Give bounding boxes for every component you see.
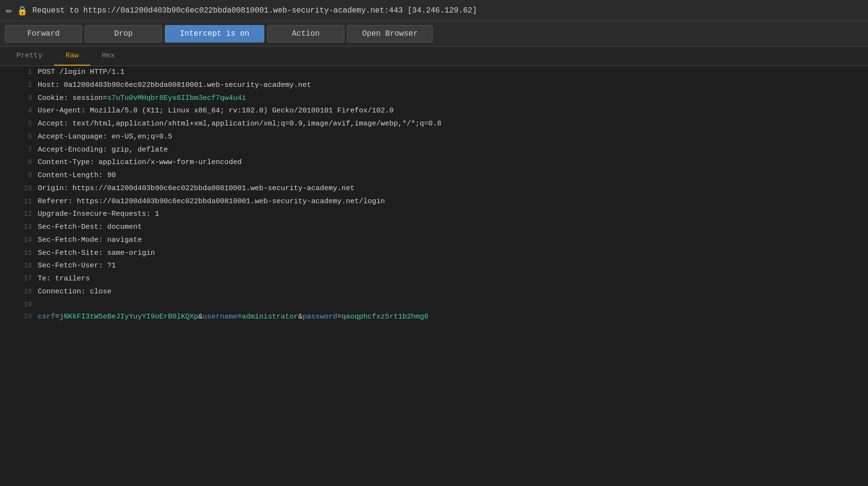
table-row: 6Accept-Language: en-US,en;q=0.5 <box>0 131 868 144</box>
line-content: Sec-Fetch-User: ?1 <box>38 260 868 273</box>
line-number: 1 <box>0 66 38 79</box>
header-bar: ✏ 🔒 Request to https://0a1200d403b90c6ec… <box>0 0 868 21</box>
line-number: 12 <box>0 208 38 221</box>
drop-button[interactable]: Drop <box>85 25 162 42</box>
line-content: Cookie: session=s7uTu0vMHqbr8Eyx6IIbm3ec… <box>38 92 868 105</box>
line-content: Te: trailers <box>38 273 868 286</box>
table-row: 14Sec-Fetch-Mode: navigate <box>0 234 868 247</box>
request-lines-table: 1POST /login HTTP/1.12Host: 0a1200d403b9… <box>0 66 868 323</box>
line-content: Accept-Language: en-US,en;q=0.5 <box>38 131 868 144</box>
table-row: 13Sec-Fetch-Dest: document <box>0 221 868 234</box>
table-row: 15Sec-Fetch-Site: same-origin <box>0 247 868 260</box>
line-content: Connection: close <box>38 286 868 299</box>
line-number: 18 <box>0 286 38 299</box>
table-row: 19 <box>0 299 868 311</box>
line-content: Content-Type: application/x-www-form-url… <box>38 156 868 169</box>
line-content: Upgrade-Insecure-Requests: 1 <box>38 208 868 221</box>
line-number: 10 <box>0 182 38 195</box>
table-row: 5Accept: text/html,application/xhtml+xml… <box>0 118 868 131</box>
line-content: Origin: https://0a1200d403b90c6ec022bbda… <box>38 182 868 195</box>
line-number: 17 <box>0 273 38 286</box>
line-content <box>38 299 868 311</box>
table-row: 9Content-Length: 90 <box>0 169 868 182</box>
table-row: 20csrf=jNKkFI3tW5eBeJIyYuyYI9oErB0lKQXp&… <box>0 311 868 324</box>
tab-hex[interactable]: Hex <box>90 47 126 66</box>
tab-raw[interactable]: Raw <box>54 47 90 66</box>
line-number: 8 <box>0 156 38 169</box>
tab-pretty[interactable]: Pretty <box>5 47 54 66</box>
table-row: 11Referer: https://0a1200d403b90c6ec022b… <box>0 195 868 208</box>
line-content: POST /login HTTP/1.1 <box>38 66 868 79</box>
line-number: 2 <box>0 79 38 92</box>
username-value: administrator <box>242 313 298 321</box>
line-number: 4 <box>0 105 38 118</box>
line-content: csrf=jNKkFI3tW5eBeJIyYuyYI9oErB0lKQXp&us… <box>38 311 868 324</box>
table-row: 4User-Agent: Mozilla/5.0 (X11; Linux x86… <box>0 105 868 118</box>
table-row: 8Content-Type: application/x-www-form-ur… <box>0 156 868 169</box>
table-row: 7Accept-Encoding: gzip, deflate <box>0 144 868 157</box>
table-row: 16Sec-Fetch-User: ?1 <box>0 260 868 273</box>
password-key: password <box>302 313 337 321</box>
table-row: 17Te: trailers <box>0 273 868 286</box>
line-content: User-Agent: Mozilla/5.0 (X11; Linux x86_… <box>38 105 868 118</box>
line-content: Sec-Fetch-Dest: document <box>38 221 868 234</box>
toolbar: Forward Drop Intercept is on Action Open… <box>0 21 868 47</box>
line-number: 11 <box>0 195 38 208</box>
line-number: 15 <box>0 247 38 260</box>
csrf-value: jNKkFI3tW5eBeJIyYuyYI9oErB0lKQXp <box>59 313 198 321</box>
table-row: 18Connection: close <box>0 286 868 299</box>
line-number: 14 <box>0 234 38 247</box>
tabs-bar: Pretty Raw Hex <box>0 47 868 66</box>
lock-icon: 🔒 <box>17 5 27 16</box>
table-row: 2Host: 0a1200d403b90c6ec022bbda00810001.… <box>0 79 868 92</box>
header-url: Request to https://0a1200d403b90c6ec022b… <box>32 6 477 15</box>
table-row: 10Origin: https://0a1200d403b90c6ec022bb… <box>0 182 868 195</box>
table-row: 3Cookie: session=s7uTu0vMHqbr8Eyx6IIbm3e… <box>0 92 868 105</box>
line-content: Host: 0a1200d403b90c6ec022bbda00810001.w… <box>38 79 868 92</box>
line-number: 5 <box>0 118 38 131</box>
line-number: 7 <box>0 144 38 157</box>
action-button[interactable]: Action <box>267 25 344 42</box>
line-number: 16 <box>0 260 38 273</box>
open-browser-button[interactable]: Open Browser <box>347 25 433 42</box>
username-key: username <box>203 313 237 321</box>
line-number: 20 <box>0 311 38 324</box>
csrf-key: csrf <box>38 313 55 321</box>
line-number: 19 <box>0 299 38 311</box>
forward-button[interactable]: Forward <box>5 25 82 42</box>
intercept-button[interactable]: Intercept is on <box>165 25 264 42</box>
request-content: 1POST /login HTTP/1.12Host: 0a1200d403b9… <box>0 66 868 475</box>
session-value: s7uTu0vMHqbr8Eyx6IIbm3ecf7qw4u4i <box>107 94 246 102</box>
line-number: 9 <box>0 169 38 182</box>
password-value: qaoqphcfxz5rt1b2hmg6 <box>341 313 428 321</box>
line-number: 13 <box>0 221 38 234</box>
edit-icon: ✏ <box>6 4 12 17</box>
table-row: 1POST /login HTTP/1.1 <box>0 66 868 79</box>
line-content: Accept-Encoding: gzip, deflate <box>38 144 868 157</box>
line-number: 6 <box>0 131 38 144</box>
line-content: Sec-Fetch-Mode: navigate <box>38 234 868 247</box>
line-content: Sec-Fetch-Site: same-origin <box>38 247 868 260</box>
line-content: Referer: https://0a1200d403b90c6ec022bbd… <box>38 195 868 208</box>
line-content: Accept: text/html,application/xhtml+xml,… <box>38 118 868 131</box>
line-number: 3 <box>0 92 38 105</box>
line-content: Content-Length: 90 <box>38 169 868 182</box>
table-row: 12Upgrade-Insecure-Requests: 1 <box>0 208 868 221</box>
